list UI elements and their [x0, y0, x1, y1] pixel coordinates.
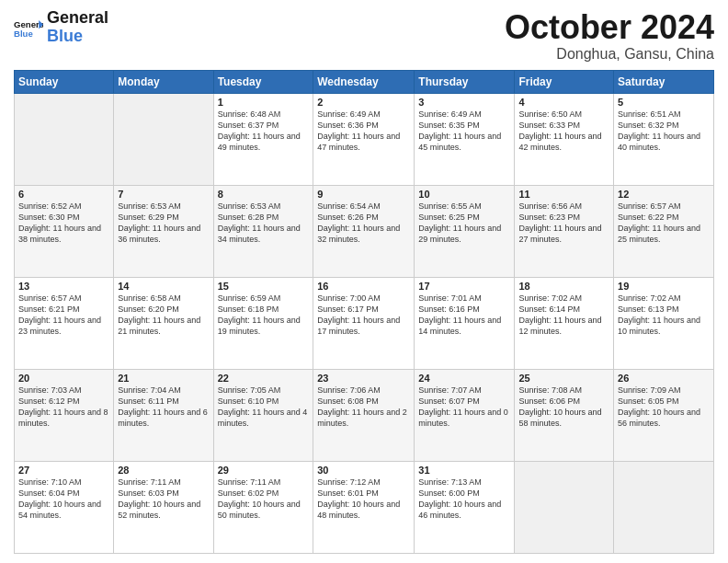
- sunrise: Sunrise: 7:08 AM: [518, 385, 609, 396]
- table-row: 17 Sunrise: 7:01 AM Sunset: 6:16 PM Dayl…: [415, 277, 515, 369]
- calendar-table: Sunday Monday Tuesday Wednesday Thursday…: [14, 70, 714, 554]
- day-info: Sunrise: 6:53 AM Sunset: 6:29 PM Dayligh…: [118, 201, 209, 246]
- sunrise: Sunrise: 7:00 AM: [317, 293, 410, 304]
- day-info: Sunrise: 6:49 AM Sunset: 6:36 PM Dayligh…: [317, 109, 410, 154]
- day-info: Sunrise: 7:13 AM Sunset: 6:00 PM Dayligh…: [418, 477, 510, 522]
- table-row: [614, 461, 714, 553]
- sunset: Sunset: 6:16 PM: [418, 304, 510, 315]
- day-number: 13: [18, 281, 109, 292]
- daylight: Daylight: 11 hours and 27 minutes.: [518, 223, 609, 245]
- sunrise: Sunrise: 6:53 AM: [218, 201, 310, 212]
- table-row: 28 Sunrise: 7:11 AM Sunset: 6:03 PM Dayl…: [114, 461, 213, 553]
- sunrise: Sunrise: 6:52 AM: [18, 201, 109, 212]
- sunset: Sunset: 6:13 PM: [618, 304, 710, 315]
- sunrise: Sunrise: 6:49 AM: [418, 109, 510, 120]
- header-friday: Friday: [515, 70, 614, 93]
- daylight: Daylight: 11 hours and 34 minutes.: [218, 223, 310, 245]
- calendar-week-row: 20 Sunrise: 7:03 AM Sunset: 6:12 PM Dayl…: [15, 369, 714, 461]
- sunrise: Sunrise: 7:09 AM: [618, 385, 710, 396]
- day-info: Sunrise: 6:51 AM Sunset: 6:32 PM Dayligh…: [618, 109, 710, 154]
- table-row: 18 Sunrise: 7:02 AM Sunset: 6:14 PM Dayl…: [515, 277, 614, 369]
- day-number: 1: [218, 97, 310, 108]
- table-row: 29 Sunrise: 7:11 AM Sunset: 6:02 PM Dayl…: [213, 461, 313, 553]
- table-row: 9 Sunrise: 6:54 AM Sunset: 6:26 PM Dayli…: [313, 185, 415, 277]
- sunset: Sunset: 6:12 PM: [18, 396, 109, 407]
- daylight: Daylight: 11 hours and 38 minutes.: [18, 223, 109, 245]
- sunset: Sunset: 6:29 PM: [118, 212, 209, 223]
- table-row: 13 Sunrise: 6:57 AM Sunset: 6:21 PM Dayl…: [15, 277, 114, 369]
- table-row: [114, 93, 213, 185]
- day-number: 11: [518, 189, 609, 200]
- day-info: Sunrise: 6:57 AM Sunset: 6:22 PM Dayligh…: [618, 201, 710, 246]
- page: General Blue General Blue October 2024 D…: [0, 0, 728, 563]
- day-number: 2: [317, 97, 410, 108]
- sunrise: Sunrise: 7:10 AM: [18, 477, 109, 488]
- sunset: Sunset: 6:11 PM: [118, 396, 209, 407]
- table-row: 22 Sunrise: 7:05 AM Sunset: 6:10 PM Dayl…: [213, 369, 313, 461]
- logo: General Blue General Blue: [14, 9, 108, 46]
- sunrise: Sunrise: 7:07 AM: [418, 385, 510, 396]
- sunset: Sunset: 6:23 PM: [518, 212, 609, 223]
- sunset: Sunset: 6:37 PM: [218, 120, 310, 131]
- sunset: Sunset: 6:17 PM: [317, 304, 410, 315]
- table-row: 15 Sunrise: 6:59 AM Sunset: 6:18 PM Dayl…: [213, 277, 313, 369]
- day-info: Sunrise: 7:11 AM Sunset: 6:02 PM Dayligh…: [218, 477, 310, 522]
- table-row: 31 Sunrise: 7:13 AM Sunset: 6:00 PM Dayl…: [415, 461, 515, 553]
- sunset: Sunset: 6:06 PM: [518, 396, 609, 407]
- table-row: 7 Sunrise: 6:53 AM Sunset: 6:29 PM Dayli…: [114, 185, 213, 277]
- sunrise: Sunrise: 6:55 AM: [418, 201, 510, 212]
- title-area: October 2024 Donghua, Gansu, China: [505, 9, 714, 63]
- sunset: Sunset: 6:35 PM: [418, 120, 510, 131]
- day-number: 9: [317, 189, 410, 200]
- day-info: Sunrise: 7:10 AM Sunset: 6:04 PM Dayligh…: [18, 477, 109, 522]
- sunrise: Sunrise: 7:11 AM: [218, 477, 310, 488]
- daylight: Daylight: 10 hours and 50 minutes.: [218, 499, 310, 521]
- table-row: [15, 93, 114, 185]
- day-number: 7: [118, 189, 209, 200]
- sunset: Sunset: 6:04 PM: [18, 488, 109, 499]
- sunrise: Sunrise: 6:54 AM: [317, 201, 410, 212]
- day-number: 17: [418, 281, 510, 292]
- day-number: 19: [618, 281, 710, 292]
- sunrise: Sunrise: 6:56 AM: [518, 201, 609, 212]
- day-number: 16: [317, 281, 410, 292]
- header-saturday: Saturday: [614, 70, 714, 93]
- day-number: 21: [118, 373, 209, 384]
- table-row: 1 Sunrise: 6:48 AM Sunset: 6:37 PM Dayli…: [213, 93, 313, 185]
- day-info: Sunrise: 6:53 AM Sunset: 6:28 PM Dayligh…: [218, 201, 310, 246]
- daylight: Daylight: 10 hours and 58 minutes.: [518, 407, 609, 429]
- table-row: 23 Sunrise: 7:06 AM Sunset: 6:08 PM Dayl…: [313, 369, 415, 461]
- day-info: Sunrise: 7:04 AM Sunset: 6:11 PM Dayligh…: [118, 385, 209, 430]
- sunrise: Sunrise: 6:51 AM: [618, 109, 710, 120]
- sunrise: Sunrise: 7:06 AM: [317, 385, 410, 396]
- day-number: 6: [18, 189, 109, 200]
- day-info: Sunrise: 7:02 AM Sunset: 6:14 PM Dayligh…: [518, 293, 609, 338]
- day-number: 15: [218, 281, 310, 292]
- svg-text:Blue: Blue: [14, 28, 33, 38]
- daylight: Daylight: 11 hours and 19 minutes.: [218, 315, 310, 337]
- daylight: Daylight: 11 hours and 36 minutes.: [118, 223, 209, 245]
- sunrise: Sunrise: 6:58 AM: [118, 293, 209, 304]
- sunset: Sunset: 6:08 PM: [317, 396, 410, 407]
- sunset: Sunset: 6:33 PM: [518, 120, 609, 131]
- sunrise: Sunrise: 7:12 AM: [317, 477, 410, 488]
- table-row: 27 Sunrise: 7:10 AM Sunset: 6:04 PM Dayl…: [15, 461, 114, 553]
- logo-general: General: [47, 9, 108, 28]
- table-row: 11 Sunrise: 6:56 AM Sunset: 6:23 PM Dayl…: [515, 185, 614, 277]
- sunset: Sunset: 6:22 PM: [618, 212, 710, 223]
- day-number: 3: [418, 97, 510, 108]
- sunset: Sunset: 6:21 PM: [18, 304, 109, 315]
- daylight: Daylight: 11 hours and 21 minutes.: [118, 315, 209, 337]
- day-number: 12: [618, 189, 710, 200]
- daylight: Daylight: 10 hours and 52 minutes.: [118, 499, 209, 521]
- daylight: Daylight: 11 hours and 14 minutes.: [418, 315, 510, 337]
- logo-blue: Blue: [47, 28, 108, 46]
- sunrise: Sunrise: 7:13 AM: [418, 477, 510, 488]
- table-row: 10 Sunrise: 6:55 AM Sunset: 6:25 PM Dayl…: [415, 185, 515, 277]
- day-number: 26: [618, 373, 710, 384]
- table-row: 24 Sunrise: 7:07 AM Sunset: 6:07 PM Dayl…: [415, 369, 515, 461]
- table-row: 14 Sunrise: 6:58 AM Sunset: 6:20 PM Dayl…: [114, 277, 213, 369]
- day-info: Sunrise: 7:08 AM Sunset: 6:06 PM Dayligh…: [518, 385, 609, 430]
- daylight: Daylight: 11 hours and 25 minutes.: [618, 223, 710, 245]
- daylight: Daylight: 10 hours and 46 minutes.: [418, 499, 510, 521]
